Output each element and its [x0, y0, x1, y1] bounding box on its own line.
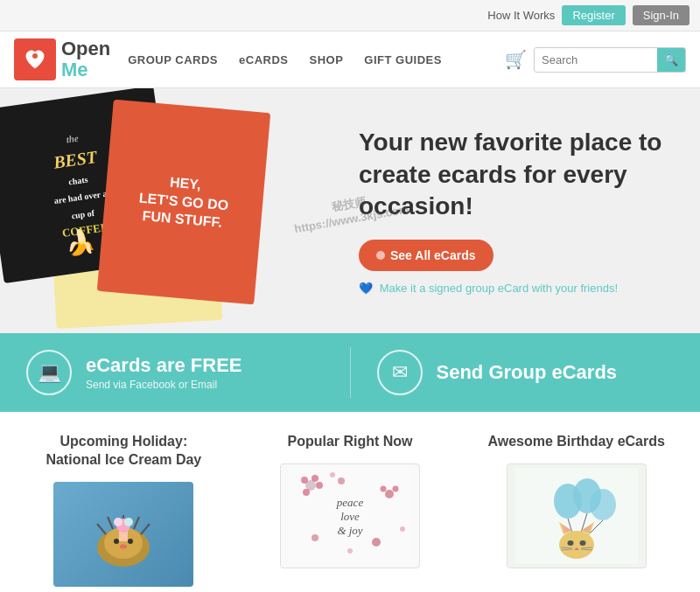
- floral-card-thumb[interactable]: peace love & joy: [280, 463, 420, 568]
- envelope-icon: ✉: [377, 350, 423, 395]
- see-all-label: See All eCards: [390, 248, 476, 262]
- hero-card-red: HEY,LET'S GO DOFUN STUFF.: [97, 100, 270, 305]
- svg-point-0: [32, 53, 38, 59]
- button-dot: [376, 251, 385, 260]
- birthday-card-thumb[interactable]: [507, 463, 647, 568]
- svg-point-24: [338, 477, 345, 484]
- search-button[interactable]: 🔍: [657, 48, 685, 72]
- svg-point-22: [381, 486, 387, 492]
- svg-point-46: [579, 540, 585, 546]
- laptop-icon: 💻: [26, 350, 72, 395]
- ecards-free-sub: Send via Facebook or Email: [86, 379, 242, 391]
- cart-icon[interactable]: 🛒: [505, 49, 527, 70]
- top-bar: How It Works Register Sign-In: [0, 0, 700, 31]
- svg-point-21: [385, 490, 394, 498]
- search-input[interactable]: [535, 49, 657, 71]
- svg-point-3: [114, 539, 119, 544]
- awesome-birthday-heading: Awesome Birthday eCards: [470, 433, 682, 451]
- how-it-works-link[interactable]: How It Works: [487, 9, 555, 22]
- svg-text:love: love: [340, 510, 360, 523]
- register-button[interactable]: Register: [562, 5, 625, 25]
- svg-point-29: [400, 526, 405, 532]
- signin-button[interactable]: Sign-In: [633, 5, 690, 25]
- svg-point-23: [393, 486, 399, 492]
- main-nav: GROUP CARDS eCARDS SHOP GIFT GUIDES: [128, 53, 487, 66]
- svg-point-20: [303, 489, 310, 496]
- svg-point-45: [567, 540, 573, 546]
- header-right: 🛒 🔍: [505, 47, 686, 73]
- ecards-free-title: eCards are FREE: [86, 354, 242, 377]
- hero-section: the BEST chatsare had over acup of COFFE…: [0, 88, 700, 333]
- banana-emoji: 🍌: [66, 228, 96, 257]
- nav-ecards[interactable]: eCARDS: [239, 53, 288, 66]
- hero-content: Your new favorite place to create ecards…: [350, 109, 700, 312]
- see-all-ecards-button[interactable]: See All eCards: [359, 240, 494, 271]
- header: Open Me GROUP CARDS eCARDS SHOP GIFT GUI…: [0, 31, 700, 88]
- nav-gift-guides[interactable]: GIFT GUIDES: [364, 53, 442, 66]
- svg-line-9: [134, 517, 139, 529]
- svg-point-17: [301, 477, 308, 484]
- logo[interactable]: Open Me: [14, 38, 110, 80]
- logo-text: Open Me: [61, 38, 110, 80]
- section-row: Upcoming Holiday:National Ice Cream Day: [0, 412, 700, 587]
- hero-cards: the BEST chatsare had over acup of COFFE…: [0, 88, 350, 333]
- heart-icon: 💙: [359, 282, 373, 295]
- nav-group-cards[interactable]: GROUP CARDS: [128, 53, 218, 66]
- svg-point-36: [590, 489, 616, 520]
- send-group-ecards-section[interactable]: ✉ Send Group eCards: [351, 333, 701, 412]
- svg-point-27: [347, 548, 353, 554]
- nav-shop[interactable]: SHOP: [309, 53, 343, 66]
- svg-line-6: [97, 524, 106, 534]
- teal-banner: 💻 eCards are FREE Send via Facebook or E…: [0, 333, 700, 412]
- popular-right-now-col: Popular Right Now: [244, 433, 457, 587]
- send-group-title: Send Group eCards: [437, 361, 618, 384]
- teal-ecards-free-section[interactable]: 💻 eCards are FREE Send via Facebook or E…: [0, 333, 350, 412]
- logo-icon: [14, 38, 56, 80]
- hedgehog-card-thumb[interactable]: [53, 482, 193, 587]
- popular-right-now-heading: Popular Right Now: [244, 433, 457, 451]
- svg-line-10: [141, 524, 150, 534]
- awesome-birthday-col: Awesome Birthday eCards: [470, 433, 682, 587]
- svg-point-4: [128, 539, 133, 544]
- upcoming-holiday-col: Upcoming Holiday:National Ice Cream Day: [18, 433, 230, 587]
- svg-point-40: [559, 531, 594, 559]
- search-box: 🔍: [534, 47, 686, 73]
- svg-point-28: [330, 472, 335, 477]
- svg-point-25: [372, 538, 381, 547]
- svg-point-26: [312, 534, 318, 541]
- group-ecard-link[interactable]: 💙 Make it a signed group eCard with your…: [359, 282, 674, 295]
- svg-point-19: [316, 482, 323, 489]
- upcoming-holiday-heading: Upcoming Holiday:National Ice Cream Day: [18, 433, 230, 470]
- svg-point-18: [312, 475, 318, 482]
- send-group-text: Send Group eCards: [437, 361, 618, 384]
- svg-point-13: [114, 518, 122, 526]
- svg-text:peace: peace: [336, 496, 364, 509]
- svg-point-14: [124, 518, 133, 526]
- ecards-free-text: eCards are FREE Send via Facebook or Ema…: [86, 354, 242, 391]
- svg-text:& joy: & joy: [337, 524, 362, 537]
- svg-line-7: [108, 517, 113, 529]
- hero-title: Your new favorite place to create ecards…: [359, 127, 674, 222]
- svg-point-5: [120, 544, 127, 548]
